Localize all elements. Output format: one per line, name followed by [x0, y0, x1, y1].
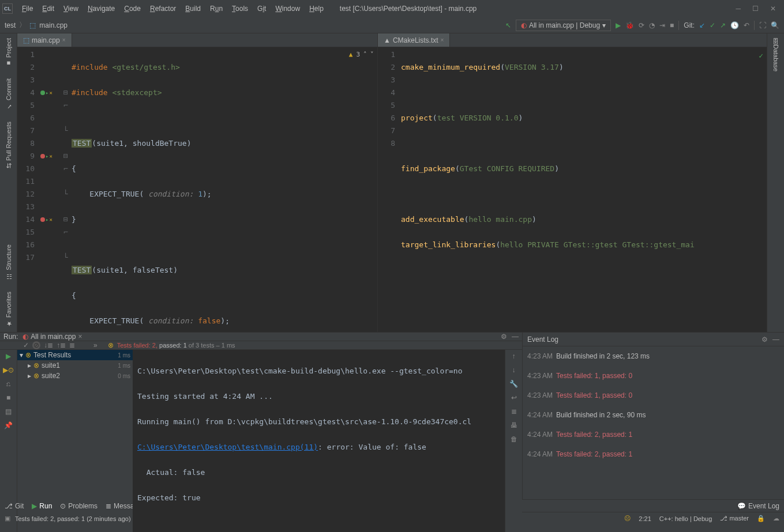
menu-navigate[interactable]: Navigate [83, 5, 119, 13]
menu-git[interactable]: Git [253, 5, 271, 13]
coverage-icon[interactable]: ⟳ [639, 21, 644, 29]
event-entry[interactable]: 4:24 AMTests failed: 2, passed: 1 [523, 425, 784, 444]
toolbar: test 〉 ⬚ main.cpp ↖ ◐ All in main.cpp | … [0, 17, 784, 33]
menu-help[interactable]: Help [305, 5, 328, 13]
console[interactable]: C:\Users\Peter\Desktop\test\cmake-build-… [133, 350, 505, 532]
tool-project[interactable]: ■Project [5, 38, 12, 67]
tool-favorites[interactable]: ★Favorites [5, 292, 12, 327]
sort2-icon[interactable]: ↑≣ [57, 341, 66, 349]
wrench-icon[interactable]: 🔧 [509, 380, 518, 388]
gear-icon[interactable]: ⚙ [762, 335, 768, 344]
test-suite2[interactable]: ▸⊗suite20 ms [17, 371, 133, 381]
prev-highlight-icon[interactable]: ˄ [363, 48, 367, 61]
editor-tab-cmake[interactable]: ▲ CMakeLists.txt × [378, 33, 450, 47]
branch-icon[interactable]: ⎇ master [720, 515, 749, 522]
menu-tools[interactable]: Tools [227, 5, 253, 13]
tool-commit[interactable]: ✓Commit [5, 78, 12, 110]
event-entry[interactable]: 4:24 AMTests failed: 2, passed: 1 [523, 444, 784, 464]
editor-tab-main[interactable]: ⬚ main.cpp × [17, 33, 72, 47]
stop-icon[interactable]: ■ [670, 21, 674, 29]
maximize-icon[interactable]: ☐ [752, 5, 759, 13]
sort-icon[interactable]: ↓≣ [44, 341, 53, 349]
scroll-icon[interactable]: ≣ [511, 408, 517, 416]
status-tool-icon[interactable]: ▣ [5, 515, 10, 522]
print-icon[interactable]: 🖶 [511, 421, 517, 429]
expand-icon[interactable]: ⛶ [759, 21, 766, 29]
pin-icon[interactable]: 📌 [4, 421, 13, 429]
history-icon[interactable]: 🕓 [730, 21, 739, 29]
menu-refactor[interactable]: Refactor [145, 5, 181, 13]
status-warning-icon[interactable]: ☹ [624, 515, 631, 522]
bottom-tab-problems[interactable]: ⊙Problems [60, 502, 97, 510]
event-entry[interactable]: 4:24 AMBuild finished in 2 sec, 90 ms [523, 405, 784, 425]
bottom-tab-git[interactable]: ⎇Git [5, 502, 24, 510]
close-tab-icon[interactable]: × [441, 37, 444, 43]
status-config[interactable]: C++: hello | Debug [659, 515, 712, 522]
tool-structure[interactable]: ☷Structure [5, 244, 12, 280]
wrap-icon[interactable]: ↩ [511, 394, 517, 402]
gear-icon[interactable]: ⚙ [501, 333, 507, 341]
hide-icon[interactable]: — [772, 335, 779, 344]
breadcrumb-file[interactable]: main.cpp [39, 21, 67, 29]
code-text[interactable]: cmake_minimum_required(VERSION 3.17) pro… [401, 47, 767, 332]
menu-code[interactable]: Code [119, 5, 145, 13]
code-area-left[interactable]: 1234567891011121314151617 ▸✕ ▸✕ ▸✕ ⊟⌐└ ⊟… [17, 47, 377, 332]
skip-icon[interactable]: ⊘ [32, 341, 40, 349]
search-icon[interactable]: 🔍 [771, 21, 779, 29]
up-icon[interactable]: ↑ [512, 352, 516, 360]
run-gutter-icon[interactable] [40, 90, 45, 95]
menu-run[interactable]: Run [205, 5, 227, 13]
check-icon[interactable]: ✓ [23, 341, 29, 349]
run-icon[interactable]: ▶ [616, 21, 621, 29]
close-icon[interactable]: ✕ [770, 5, 776, 13]
next-highlight-icon[interactable]: ˅ [370, 48, 374, 61]
debug-icon[interactable]: 🐞 [625, 21, 634, 29]
event-entry[interactable]: 4:23 AMBuild finished in 2 sec, 123 ms [523, 346, 784, 366]
menu-edit[interactable]: Edit [37, 5, 59, 13]
menu-file[interactable]: File [17, 5, 37, 13]
code-text[interactable]: #include <gtest/gtest.h> #include <stdex… [72, 47, 377, 332]
stop-icon[interactable]: ■ [6, 394, 10, 402]
event-entry[interactable]: 4:23 AMTests failed: 1, passed: 0 [523, 386, 784, 405]
tool-database[interactable]: 🗄Database [772, 38, 779, 71]
push-icon[interactable]: ↗ [720, 21, 726, 29]
rerun-icon[interactable]: ▶ [6, 352, 11, 360]
rollback-icon[interactable]: ↶ [744, 21, 749, 29]
run-tab[interactable]: All in main.cpp [31, 333, 76, 341]
layout-icon[interactable]: ▤ [5, 408, 12, 416]
file-link[interactable]: C:\Users\Peter\Desktop\test\main.cpp(11) [137, 443, 318, 451]
run-config-dropdown[interactable]: ◐ All in main.cpp | Debug ▾ [516, 20, 611, 31]
bottom-tab-eventlog[interactable]: 💬Event Log [737, 502, 779, 510]
expand-icon[interactable]: ≣ [69, 341, 75, 349]
profile-icon[interactable]: ◔ [649, 21, 655, 29]
rerun-failed-icon[interactable]: ▶⊙ [3, 366, 14, 374]
bottom-tab-run[interactable]: ▶Run [32, 502, 52, 510]
toggle-tests-icon[interactable]: ⎌ [6, 380, 10, 388]
breadcrumb-root[interactable]: test [5, 21, 16, 29]
test-suite1[interactable]: ▸⊗suite11 ms [17, 360, 133, 371]
code-area-right[interactable]: 12345678 cmake_minimum_required(VERSION … [378, 47, 767, 332]
warning-icon[interactable]: ▲ [349, 48, 353, 61]
commit-icon[interactable]: ✓ [710, 21, 715, 29]
menu-window[interactable]: Window [271, 5, 305, 13]
test-results-root[interactable]: ▾⊗Test Results1 ms [17, 350, 133, 360]
attach-icon[interactable]: ⇥ [659, 21, 665, 29]
ok-checkmark-icon[interactable]: ✓ [759, 50, 763, 62]
hide-icon[interactable]: — [512, 333, 519, 341]
trash-icon[interactable]: 🗑 [511, 435, 517, 443]
hammer-icon[interactable]: ↖ [505, 21, 511, 29]
down-icon[interactable]: ↓ [512, 366, 516, 374]
lock-icon[interactable]: 🔒 [757, 515, 765, 522]
tool-pull-requests[interactable]: ⇆Pull Requests [5, 122, 12, 168]
run-gutter-icon[interactable] [40, 217, 45, 222]
menu-build[interactable]: Build [181, 5, 205, 13]
event-entry[interactable]: 4:23 AMTests failed: 1, passed: 0 [523, 366, 784, 386]
close-run-tab-icon[interactable]: × [78, 333, 82, 341]
menu-view[interactable]: View [59, 5, 83, 13]
status-position[interactable]: 2:21 [639, 515, 651, 522]
update-icon[interactable]: ↙ [699, 21, 705, 29]
run-gutter-icon[interactable] [40, 154, 45, 159]
minimize-icon[interactable]: ─ [736, 5, 741, 13]
close-tab-icon[interactable]: × [62, 37, 66, 43]
remote-icon[interactable]: ☁ [773, 515, 779, 522]
